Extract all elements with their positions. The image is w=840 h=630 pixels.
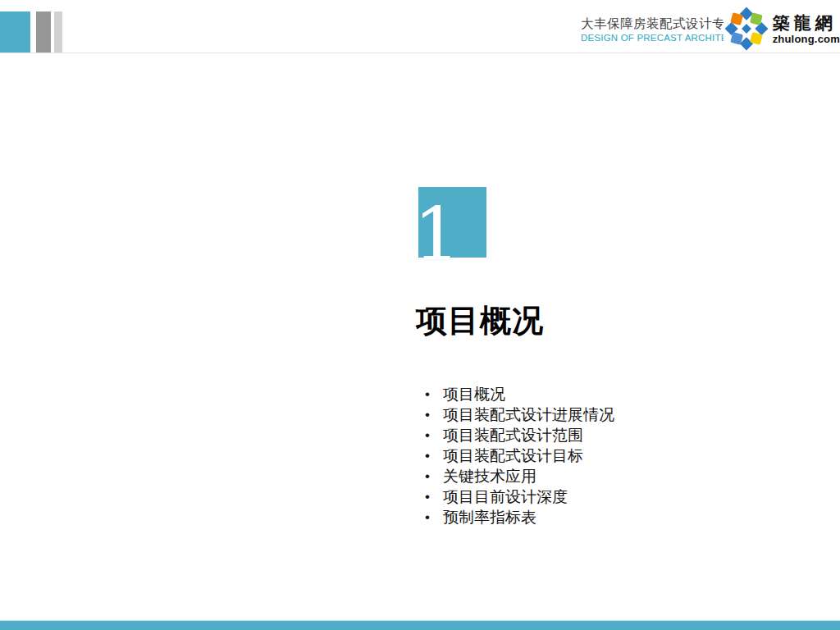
bullet-dot: • [425,466,430,486]
header-titles: 大丰保障房装配式设计专题汇 DESIGN OF PRECAST ARCHITEC… [581,16,733,48]
list-item-label: 关键技术应用 [443,468,536,485]
footer-accent-bar [0,620,840,630]
agenda-list: • 项目概况 • 项目装配式设计进展情况 • 项目装配式设计范围 • 项目装配式… [420,384,614,527]
brand-name: 築龍網 [773,13,837,33]
list-item: • 关键技术应用 [420,466,614,486]
header-accent-square [0,11,30,52]
list-item-label: 项目装配式设计进展情况 [443,406,614,423]
brand-domain: zhulong.com [773,33,840,45]
list-item: • 预制率指标表 [420,507,614,527]
list-item-label: 项目装配式设计目标 [443,447,583,464]
bullet-dot: • [425,425,430,445]
header-gray-bar [36,11,51,52]
project-title-chinese: 大丰保障房装配式设计专题汇 [581,16,733,32]
zhulong-logo: 築龍網 zhulong.com [724,7,840,51]
list-item-label: 项目装配式设计范围 [443,427,583,444]
list-item: • 项目装配式设计目标 [420,445,614,466]
pinwheel-logo-icon [724,7,769,51]
bullet-dot: • [425,445,430,466]
bullet-dot: • [425,507,430,527]
list-item: • 项目装配式设计范围 [420,425,614,445]
slide-header: 大丰保障房装配式设计专题汇 DESIGN OF PRECAST ARCHITEC… [0,0,840,53]
section-title: 项目概况 [416,303,544,339]
project-title-english: DESIGN OF PRECAST ARCHITECTU [581,32,733,44]
presentation-slide: 大丰保障房装配式设计专题汇 DESIGN OF PRECAST ARCHITEC… [0,0,840,630]
bullet-dot: • [425,486,430,507]
section-number: 1 [413,198,460,272]
list-item-label: 预制率指标表 [443,509,536,526]
list-item: • 项目概况 [420,384,614,404]
logo-brand-text: 築龍網 zhulong.com [773,13,840,45]
list-item-label: 项目目前设计深度 [443,488,568,505]
header-lightgray-bar [54,11,62,52]
list-item: • 项目目前设计深度 [420,486,614,507]
bullet-dot: • [425,384,430,404]
list-item-label: 项目概况 [443,386,505,403]
list-item: • 项目装配式设计进展情况 [420,404,614,425]
bullet-dot: • [425,404,430,425]
